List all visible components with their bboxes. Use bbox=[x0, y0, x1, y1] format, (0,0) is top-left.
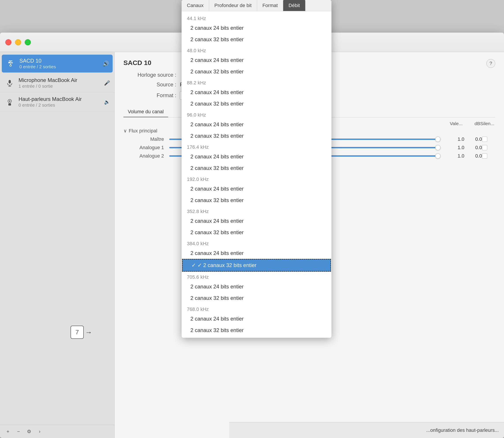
format-label: Format : bbox=[123, 92, 176, 99]
freq-header: 384.0 kHz bbox=[182, 238, 331, 247]
tab-volume-canal[interactable]: Volume du canal bbox=[123, 107, 168, 117]
svg-point-11 bbox=[9, 104, 9, 104]
dropdown-list: 44.1 kHz2 canaux 24 bits entier2 canaux … bbox=[182, 11, 331, 338]
settings-button[interactable]: ⚙ bbox=[25, 427, 33, 436]
minimize-button[interactable] bbox=[15, 39, 21, 45]
hautparleurs-subtitle: 0 entrée / 2 sorties bbox=[19, 103, 104, 108]
maximize-button[interactable] bbox=[25, 39, 31, 45]
channel-name-maitre: Maître bbox=[123, 136, 167, 142]
add-device-button[interactable]: + bbox=[3, 427, 12, 436]
svg-rect-10 bbox=[8, 103, 11, 106]
flux-chevron[interactable]: ∨ bbox=[123, 128, 127, 134]
mic-input-icon: 🎤 bbox=[104, 80, 110, 86]
more-button[interactable]: › bbox=[35, 427, 44, 436]
channel-val-analogue2: 1.0 bbox=[442, 153, 464, 159]
mute-checkbox-analogue2[interactable] bbox=[482, 153, 487, 159]
horloge-label: Horloge source : bbox=[123, 72, 176, 78]
svg-rect-3 bbox=[8, 62, 10, 63]
sidebar: SACD 10 0 entrée / 2 sorties 🔊 bbox=[0, 52, 115, 438]
tab-debit[interactable]: Débit bbox=[283, 0, 305, 11]
dropdown-item[interactable]: 2 canaux 32 bits entier bbox=[182, 292, 331, 304]
channel-val-analogue1: 1.0 bbox=[442, 145, 464, 151]
tab-format[interactable]: Format bbox=[257, 0, 283, 11]
sidebar-toolbar: + − ⚙ › bbox=[0, 425, 114, 438]
channel-mute-analogue2[interactable] bbox=[482, 153, 495, 159]
freq-header: 96.0 kHz bbox=[182, 110, 331, 119]
dropdown-item[interactable]: 2 canaux 24 bits entier bbox=[182, 87, 331, 98]
freq-header: 88.2 kHz bbox=[182, 77, 331, 87]
svg-rect-6 bbox=[10, 85, 10, 86]
svg-rect-5 bbox=[9, 80, 11, 84]
close-button[interactable] bbox=[5, 39, 11, 45]
dropdown-item[interactable]: 2 canaux 32 bits entier bbox=[182, 195, 331, 206]
dropdown-item[interactable]: 2 canaux 32 bits entier bbox=[182, 130, 331, 142]
remove-device-button[interactable]: − bbox=[14, 427, 23, 436]
channel-db-analogue1: 0.0 bbox=[464, 145, 482, 151]
sacd10-info: SACD 10 0 entrée / 2 sorties bbox=[19, 58, 102, 69]
dropdown-item[interactable]: 2 canaux 24 bits entier bbox=[182, 119, 331, 130]
format-dropdown-menu: Canaux Profondeur de bit Format Débit 44… bbox=[182, 0, 331, 338]
microphone-subtitle: 1 entrée / 0 sortie bbox=[19, 84, 104, 89]
dropdown-item[interactable]: 2 canaux 24 bits entier bbox=[182, 55, 331, 66]
callout-arrow: → bbox=[85, 328, 92, 336]
hautparleurs-name: Haut-parleurs MacBook Air bbox=[19, 96, 104, 102]
dropdown-item[interactable]: 2 canaux 32 bits entier bbox=[182, 98, 331, 110]
freq-header: 192.0 kHz bbox=[182, 174, 331, 183]
builtin-speaker-icon bbox=[4, 97, 15, 107]
dropdown-item[interactable]: 2 canaux 32 bits entier bbox=[182, 34, 331, 45]
dropdown-item[interactable]: 2 canaux 24 bits entier bbox=[182, 313, 331, 325]
dropdown-item[interactable]: 2 canaux 24 bits entier bbox=[182, 151, 331, 162]
bottom-bar: ...onfiguration des haut-parleurs... bbox=[229, 422, 504, 438]
help-button[interactable]: ? bbox=[486, 59, 495, 68]
hautparleurs-info: Haut-parleurs MacBook Air 0 entrée / 2 s… bbox=[19, 96, 104, 108]
slider-thumb-analogue1[interactable] bbox=[435, 145, 440, 150]
microphone-name: Microphone MacBook Air bbox=[19, 77, 104, 83]
tab-profondeur[interactable]: Profondeur de bit bbox=[209, 0, 257, 11]
callout-number: 7 bbox=[71, 326, 84, 339]
dropdown-item[interactable]: 2 canaux 32 bits entier bbox=[182, 162, 331, 174]
traffic-lights bbox=[5, 39, 31, 45]
dropdown-item[interactable]: 2 canaux 24 bits entier bbox=[182, 247, 331, 259]
dropdown-item[interactable]: 2 canaux 32 bits entier bbox=[182, 66, 331, 77]
svg-point-13 bbox=[10, 105, 10, 105]
dropdown-tab-bar: Canaux Profondeur de bit Format Débit bbox=[182, 0, 331, 11]
usb-icon bbox=[5, 58, 16, 69]
channel-name-analogue2: Analogue 2 bbox=[123, 153, 167, 159]
mic-icon bbox=[4, 78, 15, 88]
sacd10-name: SACD 10 bbox=[19, 58, 102, 64]
channel-db-maitre: 0.0 bbox=[464, 136, 482, 142]
freq-header: 48.0 kHz bbox=[182, 45, 331, 55]
dropdown-item[interactable]: 2 canaux 24 bits entier bbox=[182, 281, 331, 292]
source-label: Source : bbox=[123, 82, 176, 88]
config-haut-parleurs-button[interactable]: ...onfiguration des haut-parleurs... bbox=[426, 427, 499, 433]
tab-canaux[interactable]: Canaux bbox=[182, 0, 209, 11]
freq-header: 352.8 kHz bbox=[182, 206, 331, 215]
dropdown-item[interactable]: 2 canaux 32 bits entier bbox=[182, 325, 331, 336]
mute-checkbox-analogue1[interactable] bbox=[482, 145, 487, 150]
device-list: SACD 10 0 entrée / 2 sorties 🔊 bbox=[0, 52, 114, 425]
svg-rect-4 bbox=[11, 62, 13, 63]
dropdown-item[interactable]: 2 canaux 24 bits entier bbox=[182, 215, 331, 227]
sidebar-item-sacd10[interactable]: SACD 10 0 entrée / 2 sorties 🔊 bbox=[2, 55, 113, 73]
channel-mute-maitre[interactable] bbox=[482, 137, 495, 142]
col-header-mute: Silen... bbox=[480, 121, 493, 126]
dropdown-item[interactable]: ✓ 2 canaux 32 bits entier bbox=[182, 259, 331, 272]
freq-header: 768.0 kHz bbox=[182, 304, 331, 313]
freq-header: 705.6 kHz bbox=[182, 272, 331, 281]
slider-thumb-maitre[interactable] bbox=[435, 137, 440, 142]
dropdown-item[interactable]: 2 canaux 32 bits entier bbox=[182, 227, 331, 238]
sidebar-item-haut-parleurs[interactable]: Haut-parleurs MacBook Air 0 entrée / 2 s… bbox=[0, 93, 114, 111]
svg-point-12 bbox=[10, 104, 11, 104]
channel-val-maitre: 1.0 bbox=[442, 136, 464, 142]
svg-rect-7 bbox=[8, 86, 11, 87]
channel-mute-analogue1[interactable] bbox=[482, 145, 495, 150]
flux-label: Flux principal bbox=[129, 128, 157, 134]
dropdown-item[interactable]: 2 canaux 24 bits entier bbox=[182, 22, 331, 34]
sidebar-item-microphone[interactable]: Microphone MacBook Air 1 entrée / 0 sort… bbox=[0, 74, 114, 93]
speaker-icon: 🔊 bbox=[102, 61, 109, 67]
builtin-out-icon: 🔈 bbox=[104, 99, 110, 105]
slider-thumb-analogue2[interactable] bbox=[435, 153, 440, 159]
microphone-info: Microphone MacBook Air 1 entrée / 0 sort… bbox=[19, 77, 104, 89]
mute-checkbox-maitre[interactable] bbox=[482, 137, 487, 142]
dropdown-item[interactable]: 2 canaux 24 bits entier bbox=[182, 183, 331, 195]
